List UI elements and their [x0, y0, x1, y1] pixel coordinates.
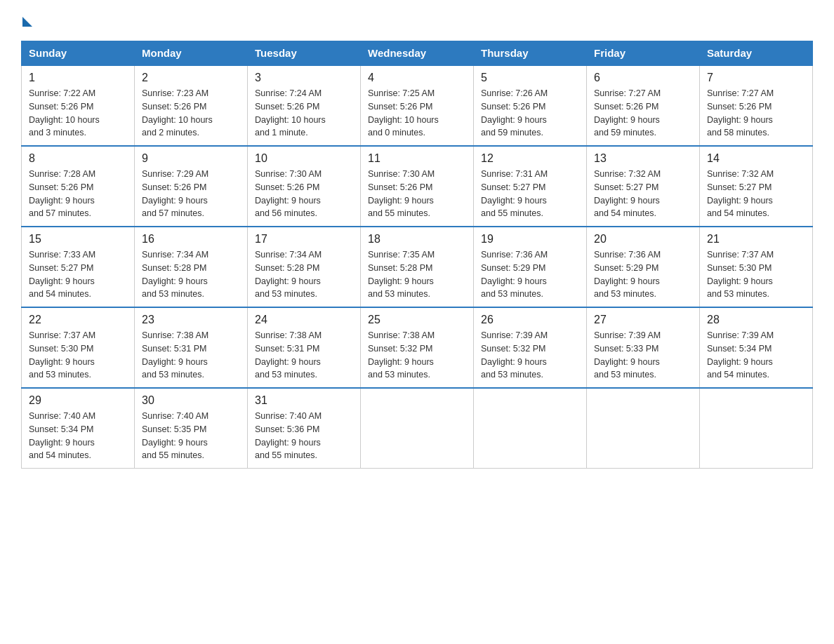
calendar-cell: 18 Sunrise: 7:35 AMSunset: 5:28 PMDaylig…	[361, 227, 474, 307]
calendar-cell: 3 Sunrise: 7:24 AMSunset: 5:26 PMDayligh…	[248, 65, 361, 146]
header-sunday: Sunday	[22, 41, 135, 66]
calendar-cell: 1 Sunrise: 7:22 AMSunset: 5:26 PMDayligh…	[22, 65, 135, 146]
week-row-5: 29 Sunrise: 7:40 AMSunset: 5:34 PMDaylig…	[22, 388, 813, 469]
calendar-cell	[361, 388, 474, 469]
calendar-cell: 8 Sunrise: 7:28 AMSunset: 5:26 PMDayligh…	[22, 146, 135, 227]
day-number: 5	[481, 72, 579, 84]
calendar-cell: 28 Sunrise: 7:39 AMSunset: 5:34 PMDaylig…	[700, 307, 813, 388]
day-info: Sunrise: 7:34 AMSunset: 5:28 PMDaylight:…	[142, 248, 240, 301]
week-row-1: 1 Sunrise: 7:22 AMSunset: 5:26 PMDayligh…	[22, 65, 813, 146]
day-info: Sunrise: 7:30 AMSunset: 5:26 PMDaylight:…	[368, 168, 466, 220]
logo-arrow-icon	[22, 17, 32, 27]
day-info: Sunrise: 7:35 AMSunset: 5:28 PMDaylight:…	[368, 248, 466, 301]
day-number: 23	[142, 314, 240, 326]
day-number: 13	[594, 152, 692, 165]
calendar-cell: 24 Sunrise: 7:38 AMSunset: 5:31 PMDaylig…	[248, 307, 361, 388]
calendar-cell: 11 Sunrise: 7:30 AMSunset: 5:26 PMDaylig…	[361, 146, 474, 227]
day-info: Sunrise: 7:32 AMSunset: 5:27 PMDaylight:…	[594, 168, 692, 220]
calendar-cell: 31 Sunrise: 7:40 AMSunset: 5:36 PMDaylig…	[248, 388, 361, 469]
day-info: Sunrise: 7:39 AMSunset: 5:34 PMDaylight:…	[707, 329, 805, 382]
day-info: Sunrise: 7:40 AMSunset: 5:36 PMDaylight:…	[255, 410, 353, 462]
day-number: 9	[142, 152, 240, 165]
header-wednesday: Wednesday	[361, 41, 474, 66]
calendar-cell: 25 Sunrise: 7:38 AMSunset: 5:32 PMDaylig…	[361, 307, 474, 388]
header-thursday: Thursday	[474, 41, 587, 66]
calendar-cell	[700, 388, 813, 469]
week-row-2: 8 Sunrise: 7:28 AMSunset: 5:26 PMDayligh…	[22, 146, 813, 227]
logo	[21, 14, 32, 27]
day-number: 31	[255, 394, 353, 407]
day-number: 16	[142, 233, 240, 246]
header-monday: Monday	[135, 41, 248, 66]
calendar-table: SundayMondayTuesdayWednesdayThursdayFrid…	[21, 41, 813, 469]
day-number: 19	[481, 233, 579, 246]
day-info: Sunrise: 7:38 AMSunset: 5:31 PMDaylight:…	[142, 329, 240, 382]
day-number: 11	[368, 152, 466, 165]
day-number: 12	[481, 152, 579, 165]
day-info: Sunrise: 7:32 AMSunset: 5:27 PMDaylight:…	[707, 168, 805, 220]
day-number: 30	[142, 394, 240, 407]
calendar-cell: 17 Sunrise: 7:34 AMSunset: 5:28 PMDaylig…	[248, 227, 361, 307]
day-info: Sunrise: 7:36 AMSunset: 5:29 PMDaylight:…	[594, 248, 692, 301]
day-number: 27	[594, 314, 692, 326]
day-info: Sunrise: 7:25 AMSunset: 5:26 PMDaylight:…	[368, 87, 466, 140]
day-number: 14	[707, 152, 805, 165]
calendar-cell: 15 Sunrise: 7:33 AMSunset: 5:27 PMDaylig…	[22, 227, 135, 307]
calendar-cell: 20 Sunrise: 7:36 AMSunset: 5:29 PMDaylig…	[587, 227, 700, 307]
day-info: Sunrise: 7:38 AMSunset: 5:32 PMDaylight:…	[368, 329, 466, 382]
day-number: 15	[29, 233, 127, 246]
day-number: 1	[29, 72, 127, 84]
day-info: Sunrise: 7:40 AMSunset: 5:34 PMDaylight:…	[29, 410, 127, 462]
day-info: Sunrise: 7:34 AMSunset: 5:28 PMDaylight:…	[255, 248, 353, 301]
day-info: Sunrise: 7:29 AMSunset: 5:26 PMDaylight:…	[142, 168, 240, 220]
day-info: Sunrise: 7:36 AMSunset: 5:29 PMDaylight:…	[481, 248, 579, 301]
day-number: 20	[594, 233, 692, 246]
day-number: 29	[29, 394, 127, 407]
header-friday: Friday	[587, 41, 700, 66]
day-info: Sunrise: 7:28 AMSunset: 5:26 PMDaylight:…	[29, 168, 127, 220]
day-number: 4	[368, 72, 466, 84]
day-number: 17	[255, 233, 353, 246]
day-info: Sunrise: 7:39 AMSunset: 5:32 PMDaylight:…	[481, 329, 579, 382]
day-info: Sunrise: 7:27 AMSunset: 5:26 PMDaylight:…	[707, 87, 805, 140]
day-number: 21	[707, 233, 805, 246]
day-info: Sunrise: 7:23 AMSunset: 5:26 PMDaylight:…	[142, 87, 240, 140]
calendar-cell: 12 Sunrise: 7:31 AMSunset: 5:27 PMDaylig…	[474, 146, 587, 227]
day-number: 25	[368, 314, 466, 326]
day-info: Sunrise: 7:30 AMSunset: 5:26 PMDaylight:…	[255, 168, 353, 220]
day-number: 24	[255, 314, 353, 326]
day-number: 18	[368, 233, 466, 246]
calendar-cell: 2 Sunrise: 7:23 AMSunset: 5:26 PMDayligh…	[135, 65, 248, 146]
calendar-cell: 29 Sunrise: 7:40 AMSunset: 5:34 PMDaylig…	[22, 388, 135, 469]
calendar-cell: 4 Sunrise: 7:25 AMSunset: 5:26 PMDayligh…	[361, 65, 474, 146]
calendar-cell: 30 Sunrise: 7:40 AMSunset: 5:35 PMDaylig…	[135, 388, 248, 469]
day-info: Sunrise: 7:26 AMSunset: 5:26 PMDaylight:…	[481, 87, 579, 140]
day-number: 26	[481, 314, 579, 326]
calendar-cell: 10 Sunrise: 7:30 AMSunset: 5:26 PMDaylig…	[248, 146, 361, 227]
day-info: Sunrise: 7:31 AMSunset: 5:27 PMDaylight:…	[481, 168, 579, 220]
day-number: 8	[29, 152, 127, 165]
day-number: 6	[594, 72, 692, 84]
day-info: Sunrise: 7:37 AMSunset: 5:30 PMDaylight:…	[707, 248, 805, 301]
calendar-cell: 19 Sunrise: 7:36 AMSunset: 5:29 PMDaylig…	[474, 227, 587, 307]
calendar-cell	[474, 388, 587, 469]
calendar-cell	[587, 388, 700, 469]
day-info: Sunrise: 7:22 AMSunset: 5:26 PMDaylight:…	[29, 87, 127, 140]
week-row-3: 15 Sunrise: 7:33 AMSunset: 5:27 PMDaylig…	[22, 227, 813, 307]
calendar-cell: 7 Sunrise: 7:27 AMSunset: 5:26 PMDayligh…	[700, 65, 813, 146]
day-number: 7	[707, 72, 805, 84]
header-saturday: Saturday	[700, 41, 813, 66]
day-info: Sunrise: 7:40 AMSunset: 5:35 PMDaylight:…	[142, 410, 240, 462]
calendar-cell: 16 Sunrise: 7:34 AMSunset: 5:28 PMDaylig…	[135, 227, 248, 307]
calendar-cell: 6 Sunrise: 7:27 AMSunset: 5:26 PMDayligh…	[587, 65, 700, 146]
calendar-cell: 22 Sunrise: 7:37 AMSunset: 5:30 PMDaylig…	[22, 307, 135, 388]
week-row-4: 22 Sunrise: 7:37 AMSunset: 5:30 PMDaylig…	[22, 307, 813, 388]
calendar-cell: 27 Sunrise: 7:39 AMSunset: 5:33 PMDaylig…	[587, 307, 700, 388]
day-number: 28	[707, 314, 805, 326]
calendar-cell: 14 Sunrise: 7:32 AMSunset: 5:27 PMDaylig…	[700, 146, 813, 227]
day-number: 22	[29, 314, 127, 326]
day-info: Sunrise: 7:33 AMSunset: 5:27 PMDaylight:…	[29, 248, 127, 301]
calendar-cell: 13 Sunrise: 7:32 AMSunset: 5:27 PMDaylig…	[587, 146, 700, 227]
calendar-cell: 9 Sunrise: 7:29 AMSunset: 5:26 PMDayligh…	[135, 146, 248, 227]
day-info: Sunrise: 7:38 AMSunset: 5:31 PMDaylight:…	[255, 329, 353, 382]
